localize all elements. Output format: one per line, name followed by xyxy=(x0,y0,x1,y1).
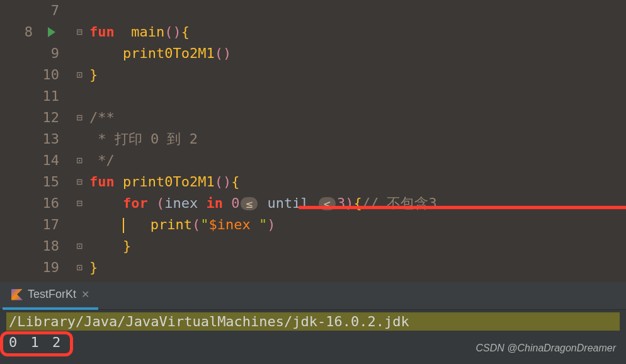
line-number: 16 xyxy=(42,193,59,214)
code-line[interactable]: print0To2M1() xyxy=(89,43,626,64)
line-number: 18 xyxy=(42,236,59,257)
code-line[interactable]: } xyxy=(89,236,626,257)
line-number: 12 xyxy=(42,107,59,128)
line-number: 11 xyxy=(42,86,59,107)
fold-minus-icon[interactable]: ⊟ xyxy=(74,198,84,208)
code-line[interactable]: for (inex in 0≤ until <3){// 不包含3 xyxy=(89,193,626,214)
watermark: CSDN @ChinaDragonDreamer xyxy=(475,343,616,354)
line-number: 13 xyxy=(42,128,59,150)
line-number: 19 xyxy=(42,257,59,278)
code-line[interactable]: */ xyxy=(89,150,626,171)
line-number: 17 xyxy=(42,214,59,236)
kotlin-icon xyxy=(11,289,23,300)
close-icon[interactable]: ✕ xyxy=(81,288,89,300)
line-number: 8 xyxy=(15,21,33,43)
annotation-underline xyxy=(299,206,626,209)
run-tab[interactable]: TestForKt ✕ xyxy=(3,282,98,310)
fold-minus-icon[interactable]: ⊟ xyxy=(74,176,84,186)
code-line[interactable]: } xyxy=(89,64,626,86)
code-line[interactable] xyxy=(89,0,626,21)
line-number: 15 xyxy=(42,171,59,193)
line-number: 10 xyxy=(42,64,59,86)
run-icon[interactable] xyxy=(48,27,55,37)
editor-area: 7 8 9 10 11 12 13 14 15 16 17 18 19 ⊟ ⊡ … xyxy=(0,0,626,282)
line-number: 9 xyxy=(42,43,59,64)
fold-minus-icon[interactable]: ⊟ xyxy=(74,26,84,37)
code-line[interactable]: print("$inex ") xyxy=(89,214,626,236)
line-number: 7 xyxy=(42,0,59,21)
tab-bar: TestForKt ✕ xyxy=(0,282,626,310)
code-line[interactable]: fun main(){ xyxy=(89,21,626,43)
fold-end-icon[interactable]: ⊡ xyxy=(74,262,84,272)
code-line[interactable]: fun print0To2M1(){ xyxy=(89,171,626,193)
inlay-hint: ≤ xyxy=(241,197,258,210)
fold-end-icon[interactable]: ⊡ xyxy=(74,155,84,165)
fold-end-icon[interactable]: ⊡ xyxy=(74,69,84,79)
code-line[interactable] xyxy=(89,86,626,107)
fold-minus-icon[interactable]: ⊟ xyxy=(74,112,84,122)
code-line[interactable]: * 打印 0 到 2 xyxy=(89,128,626,150)
line-number: 14 xyxy=(42,150,59,171)
code-line[interactable]: } xyxy=(89,257,626,278)
caret-icon xyxy=(123,218,124,233)
fold-end-icon[interactable]: ⊡ xyxy=(74,241,84,251)
code-area[interactable]: fun main(){ print0To2M1() } /** * 打印 0 到… xyxy=(88,0,626,282)
fold-column: ⊟ ⊡ ⊟ ⊡ ⊟ ⊟ ⊡ ⊡ xyxy=(69,0,88,282)
tab-label: TestForKt xyxy=(28,288,76,301)
code-line[interactable]: /** xyxy=(89,107,626,128)
command-line: /Library/Java/JavaVirtualMachines/jdk-16… xyxy=(6,312,620,331)
gutter: 7 8 9 10 11 12 13 14 15 16 17 18 19 xyxy=(0,0,69,282)
